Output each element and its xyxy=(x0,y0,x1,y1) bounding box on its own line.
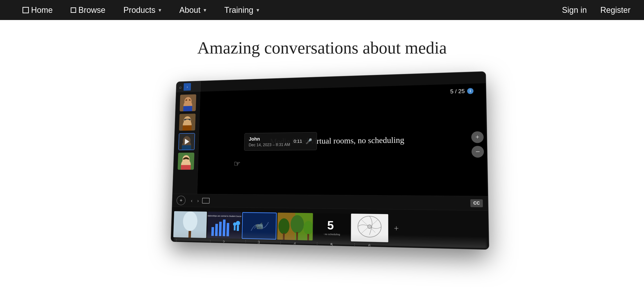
svg-rect-18 xyxy=(181,165,191,170)
add-slide-button[interactable]: + xyxy=(176,196,186,205)
slide-counter-text: 5 / 25 xyxy=(450,88,465,95)
participant-4-face xyxy=(178,153,194,170)
microphone-icon: 🎤 xyxy=(306,138,312,144)
app-mockup: ⌕ › xyxy=(171,72,489,249)
svg-rect-10 xyxy=(182,125,192,131)
svg-rect-27 xyxy=(223,219,226,236)
expand-button[interactable]: › xyxy=(184,83,191,91)
slide-5-thumbnail: 5 · no scheduling xyxy=(314,213,350,241)
play-overlay[interactable] xyxy=(178,133,194,150)
slide-1-thumbnail xyxy=(173,211,207,238)
filmstrip-slide-2[interactable]: Relationships are central to Student Suc… xyxy=(207,212,242,239)
right-action-buttons: + − xyxy=(471,131,484,158)
participant-2-avatar[interactable] xyxy=(179,114,196,131)
about-label: About xyxy=(179,5,200,15)
filmstrip-slide-4[interactable]: ⋮ 4 xyxy=(277,212,313,240)
slide-6-thumbnail xyxy=(351,213,388,242)
play-icon xyxy=(185,139,189,145)
filmstrip-slide-6[interactable]: ⋮ 6 xyxy=(351,213,388,242)
svg-rect-42 xyxy=(307,234,309,240)
nav-training[interactable]: Training ▾ xyxy=(215,0,268,20)
screen-wrapper: ⌕ › xyxy=(142,76,502,271)
slide-2-thumbnail: Relationships are central to Student Suc… xyxy=(207,212,242,239)
signin-link[interactable]: Sign in xyxy=(562,5,587,15)
nav-left: Home Browse Products ▾ About ▾ Training … xyxy=(14,0,268,20)
slide-6-menu[interactable]: ⋮ xyxy=(352,242,357,248)
slide-3-number: 3 xyxy=(258,240,260,245)
participant-4-avatar[interactable] xyxy=(178,153,194,170)
spacer xyxy=(214,201,466,203)
participants-sidebar xyxy=(173,92,200,194)
slide-3-menu[interactable]: ⋮ xyxy=(244,239,248,244)
training-label: Training xyxy=(224,5,253,15)
slide-2-menu[interactable]: ⋮ xyxy=(208,239,212,244)
svg-rect-28 xyxy=(226,223,229,236)
participant-1-avatar[interactable] xyxy=(180,94,196,111)
main-video-area: 5 / 25 i Media filled virtual rooms, no … xyxy=(197,83,488,196)
tooltip-name: John xyxy=(249,136,290,142)
svg-rect-26 xyxy=(219,222,222,236)
minus-button[interactable]: − xyxy=(472,146,484,158)
slide-6-number: 6 xyxy=(368,243,371,248)
training-dropdown-icon: ▾ xyxy=(256,7,259,13)
next-button[interactable]: › xyxy=(196,196,200,205)
svg-rect-24 xyxy=(211,227,214,236)
fullscreen-button[interactable] xyxy=(202,198,210,203)
products-label: Products xyxy=(124,5,155,15)
cursor: ☞ xyxy=(234,159,240,168)
slide-3-thumbnail: 📹 xyxy=(242,213,276,239)
slide-counter: 5 / 25 i xyxy=(450,88,474,95)
app-content-area: 5 / 25 i Media filled virtual rooms, no … xyxy=(173,83,488,196)
nav-about[interactable]: About ▾ xyxy=(170,0,215,20)
page-title: Amazing conversations about media xyxy=(197,38,447,58)
register-link[interactable]: Register xyxy=(600,5,630,15)
main-content: Amazing conversations about media ⌕ › xyxy=(0,20,644,271)
sidebar-search-bar: ⌕ › xyxy=(176,81,201,92)
slide-2-number: 2 xyxy=(223,240,225,244)
participant-tooltip: John Dec 14, 2023 – 8:31 AM 0:11 🎤 xyxy=(244,132,317,151)
nav-home[interactable]: Home xyxy=(14,0,62,20)
slide-1-menu[interactable]: ⋮ xyxy=(174,238,179,243)
filmstrip-slide-5[interactable]: 5 · no scheduling ⋮ 5 xyxy=(314,213,350,241)
svg-rect-25 xyxy=(215,224,218,236)
browse-label: Browse xyxy=(78,5,106,15)
filmstrip-slide-3[interactable]: 📹 ⋮ 3 xyxy=(242,212,277,240)
add-slide-filmstrip-button[interactable]: + xyxy=(389,223,404,233)
nav-browse[interactable]: Browse xyxy=(62,0,114,20)
svg-rect-41 xyxy=(296,232,298,240)
video-icon-overlay: 📹 xyxy=(242,213,276,239)
products-dropdown-icon: ▾ xyxy=(158,7,161,13)
slide-5-number: 5 xyxy=(330,242,333,247)
filmstrip-slide-1[interactable]: ⋮ xyxy=(173,211,207,238)
svg-rect-40 xyxy=(283,233,284,240)
info-icon[interactable]: i xyxy=(467,88,474,94)
closed-captions-button[interactable]: CC xyxy=(470,199,483,207)
tooltip-duration: 0:11 xyxy=(294,139,302,144)
participant-3-face xyxy=(178,133,194,150)
svg-text:· no scheduling: · no scheduling xyxy=(323,233,340,236)
about-dropdown-icon: ▾ xyxy=(204,7,206,13)
svg-rect-30 xyxy=(234,226,236,230)
slide-4-menu[interactable]: ⋮ xyxy=(278,240,283,246)
browse-icon xyxy=(71,7,76,13)
prev-button[interactable]: ‹ xyxy=(189,196,194,205)
participant-2-face xyxy=(179,114,196,131)
filmstrip: ⋮ Relationships are central to Student S… xyxy=(171,207,489,249)
home-icon xyxy=(22,7,29,13)
camera-icon: 📹 xyxy=(255,222,263,230)
svg-point-48 xyxy=(368,225,372,228)
participant-1-face xyxy=(180,94,196,111)
home-label: Home xyxy=(31,5,53,15)
nav-right: Sign in Register xyxy=(562,5,630,15)
svg-rect-5 xyxy=(183,106,192,112)
slide-5-menu[interactable]: ⋮ xyxy=(315,241,320,247)
slide-4-thumbnail xyxy=(277,212,313,240)
add-comment-button[interactable]: + xyxy=(471,131,484,143)
svg-rect-32 xyxy=(237,225,239,231)
navigation-controls: ‹ › xyxy=(189,196,210,205)
nav-products[interactable]: Products ▾ xyxy=(114,0,170,20)
svg-text:5: 5 xyxy=(327,218,334,232)
participant-3-avatar[interactable] xyxy=(178,133,195,150)
search-icon: ⌕ xyxy=(179,85,182,90)
slide-4-number: 4 xyxy=(294,242,296,247)
